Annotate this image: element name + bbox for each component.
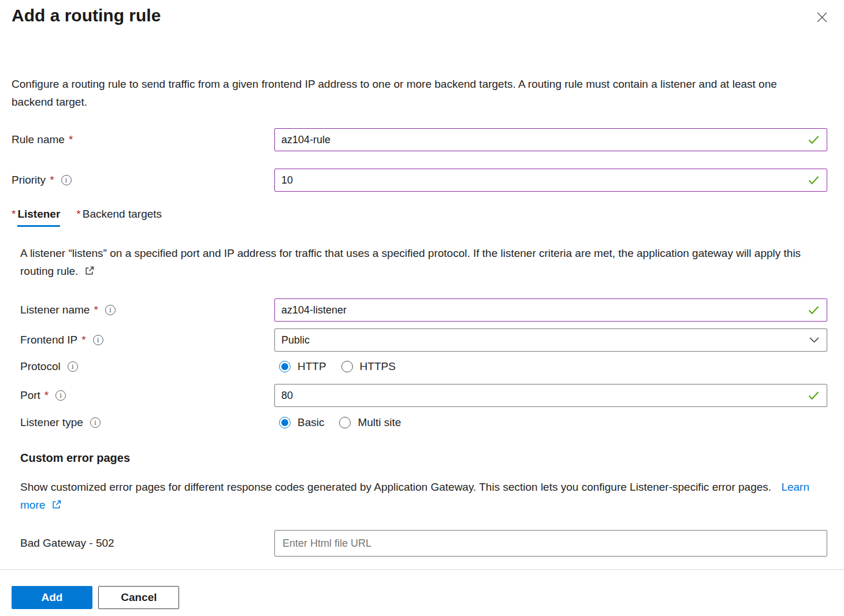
listener-type-radio-group: Basic Multi site <box>274 416 401 429</box>
required-asterisk: * <box>76 208 80 227</box>
required-asterisk: * <box>94 304 98 316</box>
priority-label: Priority <box>12 174 46 186</box>
priority-row: Priority * <box>12 169 827 192</box>
info-icon[interactable] <box>55 390 66 401</box>
listener-name-row: Listener name * <box>12 298 827 322</box>
listener-type-label: Listener type <box>20 416 83 429</box>
listener-name-input[interactable] <box>274 298 827 322</box>
frontend-ip-selected-value: Public <box>281 334 310 346</box>
radio-unselected-icon <box>341 361 353 372</box>
protocol-radio-group: HTTP HTTPS <box>274 360 396 373</box>
required-asterisk: * <box>81 334 85 346</box>
frontend-ip-dropdown[interactable]: Public <box>274 328 827 352</box>
info-icon[interactable] <box>93 335 103 345</box>
listener-name-label: Listener name <box>20 304 90 316</box>
required-asterisk: * <box>50 174 54 186</box>
tab-backend-targets[interactable]: * Backend targets <box>76 208 162 227</box>
port-input[interactable] <box>274 384 827 407</box>
required-asterisk: * <box>44 389 49 402</box>
protocol-label: Protocol <box>20 360 61 373</box>
external-link-icon[interactable] <box>85 266 94 275</box>
bad-gateway-label: Bad Gateway - 502 <box>20 537 114 550</box>
rule-name-label: Rule name <box>12 133 65 146</box>
radio-selected-icon <box>279 417 291 428</box>
required-asterisk: * <box>69 133 73 146</box>
listener-description: A listener “listens” on a specified port… <box>12 244 826 280</box>
page-title: Add a routing rule <box>12 0 827 25</box>
port-row: Port * <box>12 384 827 407</box>
valid-check-icon <box>808 176 819 185</box>
chevron-down-icon <box>809 337 819 344</box>
frontend-ip-row: Frontend IP * Public <box>12 328 827 352</box>
valid-check-icon <box>808 306 819 315</box>
listener-type-row: Listener type Basic Multi site <box>12 415 827 431</box>
listener-type-multisite-radio[interactable]: Multi site <box>339 416 401 429</box>
valid-check-icon <box>808 391 819 400</box>
radio-unselected-icon <box>339 417 351 428</box>
bad-gateway-row: Bad Gateway - 502 <box>12 530 827 557</box>
protocol-https-radio[interactable]: HTTPS <box>341 360 396 373</box>
close-icon[interactable] <box>813 8 831 27</box>
add-button[interactable]: Add <box>12 586 92 609</box>
dialog-footer: Add Cancel <box>0 569 844 616</box>
port-label: Port <box>20 389 40 402</box>
bad-gateway-url-input[interactable] <box>274 530 827 557</box>
tab-listener[interactable]: * Listener <box>12 208 60 227</box>
protocol-http-radio[interactable]: HTTP <box>279 360 326 373</box>
valid-check-icon <box>808 136 819 144</box>
priority-input[interactable] <box>274 169 827 192</box>
listener-type-basic-radio[interactable]: Basic <box>279 416 324 429</box>
frontend-ip-label: Frontend IP <box>20 334 77 346</box>
custom-error-pages-heading: Custom error pages <box>12 451 827 465</box>
radio-selected-icon <box>279 361 291 372</box>
info-icon[interactable] <box>61 175 72 185</box>
info-icon[interactable] <box>68 361 78 372</box>
tab-backend-targets-label: Backend targets <box>83 208 162 227</box>
external-link-icon <box>52 500 61 509</box>
info-icon[interactable] <box>90 417 101 428</box>
custom-error-pages-description: Show customized error pages for differen… <box>12 478 826 514</box>
tab-bar: * Listener * Backend targets <box>12 208 827 227</box>
tab-listener-label: Listener <box>17 208 60 227</box>
required-asterisk: * <box>12 208 16 227</box>
rule-name-row: Rule name * <box>12 128 827 151</box>
intro-text: Configure a routing rule to send traffic… <box>12 75 800 111</box>
rule-name-input[interactable] <box>274 128 827 151</box>
dialog-content: Add a routing rule Configure a routing r… <box>0 0 844 569</box>
protocol-row: Protocol HTTP HTTPS <box>12 359 827 375</box>
info-icon[interactable] <box>105 305 116 315</box>
cancel-button[interactable]: Cancel <box>98 586 179 609</box>
